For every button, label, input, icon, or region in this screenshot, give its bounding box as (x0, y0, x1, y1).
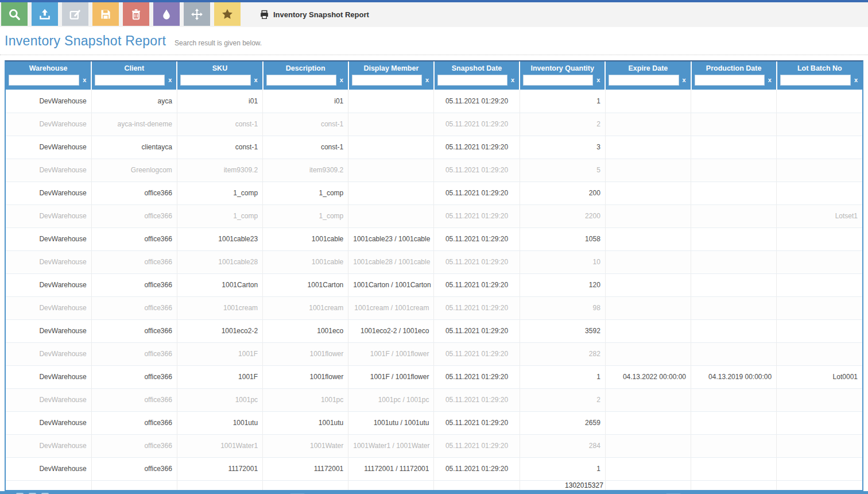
cell-expire-date (605, 204, 691, 227)
filter-clear-client[interactable]: x (165, 75, 175, 86)
column-header-warehouse[interactable]: Warehouse (6, 61, 91, 75)
table-row[interactable]: DevWarehouseoffice3661001utu1001utu1001u… (6, 411, 862, 434)
filter-input-description[interactable] (266, 75, 336, 86)
cell-lot-batch-no (777, 388, 862, 411)
cell-lot-batch-no: Lot0001 (777, 365, 862, 388)
cell-sku: 1001Carton (177, 273, 262, 296)
column-header-snapshot-date[interactable]: Snapshot Date (434, 61, 520, 75)
cell-display-member: 1001Carton / 1001Carton (348, 273, 434, 296)
filter-cell-client: x (91, 75, 177, 90)
table-row[interactable]: DevWarehouseoffice3661_comp1_comp05.11.2… (6, 182, 862, 204)
clear-button[interactable] (153, 2, 180, 26)
table-row[interactable]: DevWarehouseoffice3661117200111172001111… (6, 457, 862, 480)
cell-warehouse: DevWarehouse (6, 90, 91, 113)
save-button[interactable] (92, 2, 119, 26)
table-row[interactable]: DevWarehouseoffice3661_comp1_comp05.11.2… (6, 204, 862, 227)
filter-input-lot-batch-no[interactable] (780, 75, 851, 86)
table-row[interactable]: DevWarehouseGreenlogcomitem9309.2item930… (6, 159, 862, 182)
filter-clear-snapshot-date[interactable]: x (507, 75, 518, 86)
delete-button[interactable] (123, 2, 149, 26)
cell-display-member: 1001F / 1001flower (348, 342, 434, 365)
table-row[interactable]: DevWarehouseoffice3661001Carton1001Carto… (6, 273, 862, 296)
totals-cell-sku (177, 480, 262, 490)
table-row[interactable]: DevWarehouseoffice3661001F1001flower1001… (6, 365, 862, 388)
cell-inventory-quantity: 2659 (520, 411, 605, 434)
cell-production-date (691, 342, 777, 365)
cell-client: office366 (91, 296, 177, 319)
inventory-table: WarehouseClientSKUDescriptionDisplay Mem… (6, 61, 862, 490)
bottom-pagination-bar (0, 491, 868, 494)
cell-expire-date (605, 250, 691, 273)
cell-client: office366 (91, 250, 177, 273)
column-header-sku[interactable]: SKU (177, 61, 262, 75)
cell-client: clientayca (91, 136, 177, 159)
column-header-lot-batch-no[interactable]: Lot Batch No (777, 61, 862, 75)
cell-display-member: 1001cable28 / 1001cable (348, 250, 434, 273)
filter-clear-production-date[interactable]: x (765, 75, 775, 86)
table-row[interactable]: DevWarehouseoffice3661001pc1001pc1001pc … (6, 388, 862, 411)
cell-production-date (691, 388, 777, 411)
cell-display-member (348, 204, 434, 227)
cell-snapshot-date: 05.11.2021 01:29:20 (434, 136, 520, 159)
cell-lot-batch-no (777, 273, 862, 296)
cell-sku: 1_comp (177, 182, 262, 204)
table-row[interactable]: DevWarehouseoffice3661001Water11001Water… (6, 434, 862, 457)
edit-button[interactable] (62, 2, 88, 26)
table-row[interactable]: DevWarehouseaycai01i0105.11.2021 01:29:2… (6, 90, 862, 113)
column-header-description[interactable]: Description (263, 61, 348, 75)
cell-lot-batch-no (777, 136, 862, 159)
column-header-production-date[interactable]: Production Date (691, 61, 777, 75)
filter-cell-expire-date: x (605, 75, 691, 90)
table-row[interactable]: DevWarehouseclientaycaconst-1const-105.1… (6, 136, 862, 159)
cell-description: 1001cream (263, 296, 348, 319)
filter-clear-display-member[interactable]: x (422, 75, 432, 86)
table-row[interactable]: DevWarehouseoffice3661001F1001flower1001… (6, 342, 862, 365)
filter-clear-sku[interactable]: x (251, 75, 261, 86)
filter-input-sku[interactable] (180, 75, 250, 86)
filter-clear-expire-date[interactable]: x (679, 75, 689, 86)
favorite-button[interactable] (214, 2, 241, 26)
upload-button[interactable] (32, 2, 58, 26)
cell-snapshot-date: 05.11.2021 01:29:20 (434, 273, 520, 296)
printer-icon (259, 10, 269, 20)
column-header-client[interactable]: Client (91, 61, 177, 75)
table-row[interactable]: DevWarehouseoffice3661001eco2-21001eco10… (6, 319, 862, 342)
column-header-display-member[interactable]: Display Member (348, 61, 434, 75)
upload-icon (38, 8, 51, 21)
cell-lot-batch-no (777, 227, 862, 250)
filter-input-snapshot-date[interactable] (437, 75, 507, 86)
filter-clear-warehouse[interactable]: x (79, 75, 90, 86)
cell-snapshot-date: 05.11.2021 01:29:20 (434, 296, 520, 319)
table-row[interactable]: DevWarehouseoffice3661001cable231001cabl… (6, 227, 862, 250)
cell-expire-date (605, 319, 691, 342)
filter-input-expire-date[interactable] (609, 75, 679, 86)
cell-sku: 1001eco2-2 (177, 319, 262, 342)
filter-input-warehouse[interactable] (9, 75, 79, 86)
column-header-inventory-quantity[interactable]: Inventory Quantity (520, 61, 605, 75)
cell-warehouse: DevWarehouse (6, 113, 91, 136)
cell-snapshot-date: 05.11.2021 01:29:20 (434, 434, 520, 457)
filter-clear-inventory-quantity[interactable]: x (593, 75, 603, 86)
cell-warehouse: DevWarehouse (6, 388, 91, 411)
search-button[interactable] (1, 2, 28, 26)
filter-cell-production-date: x (691, 75, 777, 90)
filter-clear-description[interactable]: x (336, 75, 347, 86)
filter-input-display-member[interactable] (352, 75, 422, 86)
table-row[interactable]: DevWarehouseoffice3661001cable281001cabl… (6, 250, 862, 273)
cell-production-date (691, 273, 777, 296)
cell-inventory-quantity: 3 (520, 136, 605, 159)
move-button[interactable] (184, 2, 210, 26)
save-icon (99, 8, 112, 21)
column-header-expire-date[interactable]: Expire Date (605, 61, 691, 75)
cell-snapshot-date: 05.11.2021 01:29:20 (434, 319, 520, 342)
filter-clear-lot-batch-no[interactable]: x (851, 75, 861, 86)
cell-client: office366 (91, 342, 177, 365)
table-row[interactable]: DevWarehouseoffice3661001cream1001cream1… (6, 296, 862, 319)
filter-input-client[interactable] (95, 75, 165, 86)
cell-warehouse: DevWarehouse (6, 273, 91, 296)
filter-input-production-date[interactable] (695, 75, 765, 86)
cell-expire-date: 04.13.2022 00:00:00 (605, 365, 691, 388)
search-icon (8, 8, 21, 21)
table-row[interactable]: DevWarehouseayca-inst-denemeconst-1const… (6, 113, 862, 136)
filter-input-inventory-quantity[interactable] (523, 75, 593, 86)
